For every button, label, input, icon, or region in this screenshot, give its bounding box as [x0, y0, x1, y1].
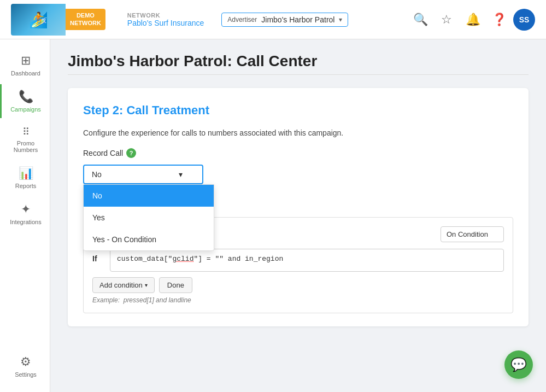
page-divider — [68, 74, 529, 75]
main-layout: ⊞ Dashboard 📞 Campaigns ⠿ PromoNumbers 📊… — [0, 39, 546, 392]
search-button[interactable]: 🔍 — [408, 8, 432, 32]
dropdown-option-yes[interactable]: Yes — [84, 207, 214, 229]
logo-image — [11, 4, 66, 36]
sidebar-item-campaigns[interactable]: 📞 Campaigns — [0, 84, 50, 118]
advertiser-tag: Advertiser — [227, 16, 257, 24]
help-button[interactable]: ❓ — [487, 8, 511, 32]
demo-badge: DEMO NETWORK — [66, 9, 105, 30]
sidebar-item-promo-numbers[interactable]: ⠿ PromoNumbers — [0, 120, 50, 159]
settings-icon: ⚙ — [20, 355, 31, 369]
content-area: Jimbo's Harbor Patrol: Call Center Step … — [50, 39, 546, 392]
add-condition-caret-icon: ▾ — [145, 282, 148, 288]
network-label: NETWORK — [127, 12, 204, 19]
sidebar: ⊞ Dashboard 📞 Campaigns ⠿ PromoNumbers 📊… — [0, 39, 50, 392]
network-info: NETWORK Pablo's Surf Insurance — [127, 12, 204, 27]
if-row: If custom_data["gclid"] = "" and in_regi… — [92, 249, 504, 272]
record-call-select-container: No ▾ No Yes Yes - On Condition — [83, 165, 203, 184]
record-call-chevron-icon: ▾ — [179, 170, 183, 179]
advertiser-selector[interactable]: Advertiser Jimbo's Harbor Patrol ▾ — [221, 13, 348, 27]
record-call-label: Record Call ? — [83, 148, 136, 158]
record-call-select[interactable]: No ▾ — [83, 165, 203, 184]
reports-icon: 📊 — [19, 166, 33, 180]
sidebar-item-dashboard-label: Dashboard — [11, 70, 40, 77]
sidebar-item-promo-numbers-label: PromoNumbers — [14, 140, 38, 153]
if-label: If — [92, 254, 103, 263]
record-call-help-icon[interactable]: ? — [126, 148, 136, 158]
config-description: Configure the experience for calls to nu… — [83, 128, 513, 137]
sidebar-item-reports[interactable]: 📊 Reports — [0, 161, 50, 195]
advertiser-chevron-icon: ▾ — [339, 16, 342, 24]
page-title: Jimbo's Harbor Patrol: Call Center — [68, 52, 529, 70]
sidebar-item-reports-label: Reports — [15, 183, 37, 189]
example-code: pressed[1] and landline — [124, 296, 191, 304]
sidebar-item-dashboard[interactable]: ⊞ Dashboard — [0, 48, 50, 82]
add-condition-button[interactable]: Add condition ▾ — [92, 277, 155, 293]
done-button[interactable]: Done — [159, 277, 192, 293]
record-call-field-row: Record Call ? — [83, 148, 513, 158]
integrations-icon: ✦ — [21, 202, 31, 217]
step2-card: Step 2: Call Treatment Configure the exp… — [68, 88, 529, 326]
dropdown-option-yes-on-condition[interactable]: Yes - On Condition — [84, 229, 214, 250]
gclid-text: gclid — [172, 255, 193, 263]
nav-icons: 🔍 ☆ 🔔 ❓ SS — [408, 8, 535, 32]
sidebar-item-settings[interactable]: ⚙ Settings — [0, 349, 50, 383]
promo-numbers-icon: ⠿ — [22, 126, 30, 138]
sidebar-item-campaigns-label: Campaigns — [10, 106, 41, 113]
sidebar-item-integrations[interactable]: ✦ Integrations — [0, 197, 50, 231]
campaigns-icon: 📞 — [19, 90, 33, 104]
condition-select-wrapper: On Condition — [441, 226, 504, 242]
logo-area: DEMO NETWORK — [11, 4, 105, 36]
chat-bubble-button[interactable]: 💬 — [504, 350, 533, 379]
record-call-dropdown: No Yes Yes - On Condition — [83, 184, 214, 251]
button-row: Add condition ▾ Done — [92, 277, 504, 293]
condition-type-select[interactable]: On Condition — [441, 226, 504, 242]
code-expression-field[interactable]: custom_data["gclid"] = "" and in_region — [110, 249, 504, 272]
favorites-button[interactable]: ☆ — [435, 8, 459, 32]
avatar-button[interactable]: SS — [513, 9, 535, 31]
record-call-selected-value: No — [92, 170, 102, 179]
add-condition-label: Add condition — [99, 281, 143, 289]
dropdown-option-no[interactable]: No — [84, 185, 214, 207]
sidebar-item-settings-label: Settings — [15, 371, 37, 378]
network-name[interactable]: Pablo's Surf Insurance — [127, 19, 204, 27]
example-label: Example: — [92, 296, 120, 304]
sidebar-item-integrations-label: Integrations — [10, 219, 41, 225]
dashboard-icon: ⊞ — [21, 54, 31, 68]
top-nav: DEMO NETWORK NETWORK Pablo's Surf Insura… — [0, 0, 546, 39]
notifications-button[interactable]: 🔔 — [461, 8, 485, 32]
step2-title: Step 2: Call Treatment — [83, 103, 513, 118]
example-text: Example: pressed[1] and landline — [92, 296, 504, 304]
advertiser-value: Jimbo's Harbor Patrol — [261, 15, 334, 24]
